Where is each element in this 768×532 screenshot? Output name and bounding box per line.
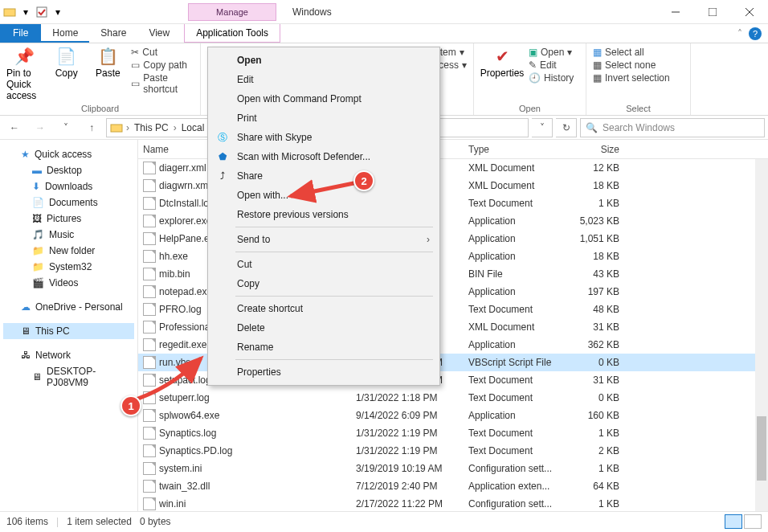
file-type: Application <box>464 233 568 244</box>
tab-home[interactable]: Home <box>41 24 89 43</box>
contextual-tab-manage[interactable]: Manage <box>188 3 276 21</box>
file-type: Application <box>464 286 568 297</box>
pin-button[interactable]: 📌Pin to Quick access <box>6 47 43 101</box>
file-name: system.ini <box>159 463 202 474</box>
window-controls <box>657 0 768 24</box>
dropdown-button[interactable]: ˅ <box>532 118 553 137</box>
file-row[interactable]: Synaptics.PD.log1/31/2022 1:19 PMText Do… <box>138 442 768 460</box>
back-button[interactable]: ← <box>3 118 26 137</box>
ctx-skype[interactable]: ⓈShare with Skype <box>208 128 439 147</box>
file-icon <box>143 497 156 510</box>
file-name: win.ini <box>159 498 186 509</box>
file-row[interactable]: twain_32.dll7/12/2019 2:40 PMApplication… <box>138 477 768 495</box>
selectnone-button[interactable]: ▦Select none <box>593 59 670 71</box>
col-type[interactable]: Type <box>464 144 568 155</box>
close-button[interactable] <box>731 0 768 24</box>
pc-icon: 🖥 <box>32 371 42 383</box>
ctx-sendto[interactable]: Send to› <box>208 230 439 249</box>
file-name: notepad.exe <box>159 286 212 297</box>
file-type: Configuration sett... <box>464 498 568 509</box>
properties-button[interactable]: ✔Properties <box>480 47 524 79</box>
cloud-icon: ☁ <box>21 301 31 313</box>
nav-system32[interactable]: 📁System32 <box>3 259 134 275</box>
ctx-properties[interactable]: Properties <box>208 362 439 382</box>
ctx-cmd[interactable]: Open with Command Prompt <box>208 89 439 108</box>
ctx-rename[interactable]: Rename <box>208 338 439 357</box>
checkbox-icon[interactable] <box>35 6 48 18</box>
edit-icon: ✎ <box>529 59 537 71</box>
up-button[interactable]: ↑ <box>80 118 103 137</box>
cut-button[interactable]: ✂Cut <box>131 47 194 58</box>
invertsel-button[interactable]: ▦Invert selection <box>593 72 670 84</box>
file-type: XML Document <box>464 162 568 174</box>
file-icon <box>143 179 156 192</box>
file-date: 1/31/2022 1:19 PM <box>351 428 464 439</box>
file-row[interactable]: setuperr.log1/31/2022 1:18 PMText Docume… <box>138 389 768 407</box>
scrollbar[interactable] <box>755 159 768 511</box>
icons-view-button[interactable] <box>744 514 762 529</box>
ctx-delete[interactable]: Delete <box>208 318 439 338</box>
annotation-callout-2: 2 <box>353 170 374 191</box>
file-type: Text Document <box>464 374 568 386</box>
nav-onedrive[interactable]: ☁OneDrive - Personal <box>3 299 134 315</box>
file-row[interactable]: win.ini2/17/2022 11:22 PMConfiguration s… <box>138 495 768 511</box>
file-row[interactable]: system.ini3/19/2019 10:19 AMConfiguratio… <box>138 460 768 477</box>
file-name: hh.exe <box>159 251 188 262</box>
file-date: 9/14/2022 6:09 PM <box>351 410 464 421</box>
minimize-button[interactable] <box>657 0 694 24</box>
maximize-button[interactable] <box>694 0 731 24</box>
file-row[interactable]: Synaptics.log1/31/2022 1:19 PMText Docum… <box>138 424 768 442</box>
ctx-cut[interactable]: Cut <box>208 255 439 274</box>
status-bar: 106 items | 1 item selected 0 bytes <box>0 511 768 530</box>
ctx-edit[interactable]: Edit <box>208 70 439 89</box>
tab-application-tools[interactable]: Application Tools <box>184 24 280 43</box>
recent-button[interactable]: ˅ <box>55 118 77 137</box>
open-button[interactable]: ▣Open ▾ <box>529 47 574 58</box>
chevron-down-icon[interactable]: ▾ <box>51 6 64 18</box>
nav-pictures[interactable]: 🖼Pictures <box>3 211 134 227</box>
folder-icon <box>110 121 123 134</box>
scrollbar-thumb[interactable] <box>757 416 766 481</box>
copy-button[interactable]: 📄Copy <box>48 47 85 79</box>
ctx-restore[interactable]: Restore previous versions <box>208 205 439 224</box>
search-input[interactable]: 🔍 Search Windows <box>580 118 765 137</box>
ctx-open[interactable]: Open <box>208 51 439 70</box>
refresh-button[interactable]: ↻ <box>556 118 577 137</box>
file-name: twain_32.dll <box>159 481 210 492</box>
file-name: Synaptics.PD.log <box>159 445 232 456</box>
file-size: 1 KB <box>568 198 624 209</box>
nav-newfolder[interactable]: 📁New folder <box>3 243 134 259</box>
nav-quickaccess[interactable]: ★Quick access <box>3 146 134 162</box>
ctx-print[interactable]: Print <box>208 108 439 128</box>
file-icon <box>143 197 156 210</box>
annotation-arrow <box>80 354 225 418</box>
file-row[interactable]: splwow64.exe9/14/2022 6:09 PMApplication… <box>138 407 768 424</box>
forward-button[interactable]: → <box>29 118 51 137</box>
pasteshortcut-button[interactable]: ▭Paste shortcut <box>131 72 194 95</box>
tab-share[interactable]: Share <box>89 24 137 43</box>
nav-thispc[interactable]: 🖥This PC <box>3 323 134 339</box>
selectall-button[interactable]: ▦Select all <box>593 47 670 58</box>
copypath-button[interactable]: ▭Copy path <box>131 59 194 71</box>
nav-music[interactable]: 🎵Music <box>3 227 134 243</box>
collapse-ribbon-icon[interactable]: ˄ <box>737 28 742 39</box>
nav-desktop[interactable]: ▬Desktop <box>3 162 134 178</box>
help-icon[interactable]: ? <box>749 27 762 40</box>
file-size: 12 KB <box>568 162 624 174</box>
file-date: 3/19/2019 10:19 AM <box>351 463 464 474</box>
col-size[interactable]: Size <box>568 144 624 155</box>
picture-icon: 🖼 <box>32 213 42 224</box>
paste-button[interactable]: 📋Paste <box>90 47 127 79</box>
tab-view[interactable]: View <box>137 24 181 43</box>
details-view-button[interactable] <box>725 514 742 529</box>
history-button[interactable]: 🕘History <box>529 72 574 84</box>
chevron-down-icon[interactable]: ▾ <box>19 6 32 18</box>
edit-button[interactable]: ✎Edit <box>529 59 574 71</box>
nav-downloads[interactable]: ⬇Downloads <box>3 178 134 194</box>
nav-videos[interactable]: 🎬Videos <box>3 275 134 291</box>
tab-file[interactable]: File <box>0 24 41 43</box>
ctx-shortcut[interactable]: Create shortcut <box>208 299 439 318</box>
ctx-copy[interactable]: Copy <box>208 274 439 293</box>
file-name: PFRO.log <box>159 304 202 315</box>
nav-documents[interactable]: 📄Documents <box>3 194 134 211</box>
